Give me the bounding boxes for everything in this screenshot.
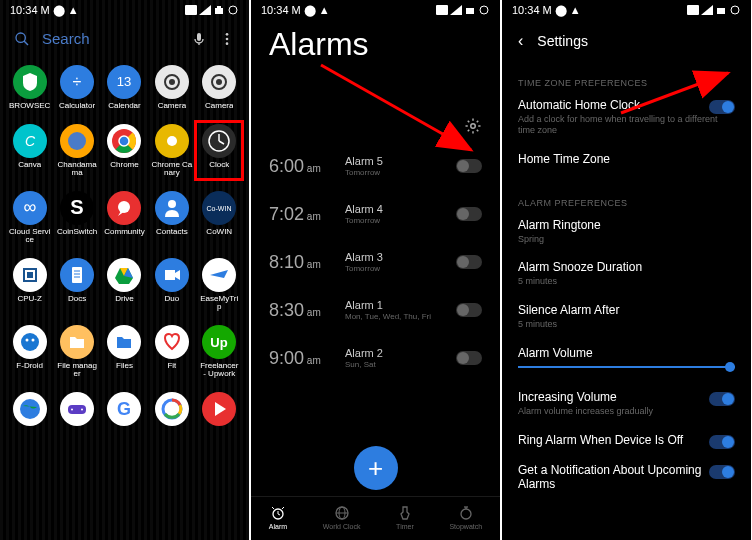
files-icon	[107, 325, 141, 359]
app-grid: BROWSEC÷Calculator13CalendarCameraCamera…	[0, 57, 249, 451]
setting-home-time-zone[interactable]: Home Time Zone	[518, 152, 735, 166]
mic-icon[interactable]	[191, 31, 207, 47]
section-label: ALARM PREFERENCES	[518, 198, 735, 208]
alarm-time: 6:00 am	[269, 156, 345, 177]
toggle-switch[interactable]	[456, 351, 482, 365]
app-file-manager[interactable]: File manager	[56, 325, 98, 378]
setting-ring-off[interactable]: Ring Alarm When Device Is Off	[518, 433, 735, 447]
app-label: F-Droid	[16, 362, 43, 370]
toggle-switch[interactable]	[456, 303, 482, 317]
alarm-time: 8:30 am	[269, 300, 345, 321]
app-community[interactable]: Community	[103, 191, 145, 244]
app-game[interactable]	[56, 392, 98, 429]
app-clock[interactable]: Clock	[198, 124, 240, 177]
app-label: CPU-Z	[17, 295, 41, 303]
alarm-row[interactable]: 8:30 amAlarm 1Mon, Tue, Wed, Thu, Fri	[269, 299, 482, 321]
svg-rect-76	[436, 5, 448, 15]
app-chrome[interactable]: Chrome	[103, 124, 145, 177]
search-bar[interactable]: Search	[0, 20, 249, 57]
volume-slider[interactable]	[518, 366, 735, 368]
app-google[interactable]	[151, 392, 193, 429]
app-drive[interactable]: Drive	[103, 258, 145, 311]
app-fit[interactable]: Fit	[151, 325, 193, 378]
app-files[interactable]: Files	[103, 325, 145, 378]
add-alarm-button[interactable]: +	[354, 446, 398, 490]
search-placeholder: Search	[42, 30, 179, 47]
nav-label: Stopwatch	[449, 523, 482, 530]
app-chandamama[interactable]: Chandamama	[56, 124, 98, 177]
svg-rect-49	[72, 267, 82, 283]
app-browsec[interactable]: BROWSEC	[9, 65, 51, 110]
app-freelancer---upwork[interactable]: UpFreelancer - Upwork	[198, 325, 240, 378]
app-camera[interactable]: Camera	[198, 65, 240, 110]
app-contacts[interactable]: Contacts	[151, 191, 193, 244]
setting-increasing-volume[interactable]: Increasing Volume Alarm volume increases…	[518, 390, 735, 417]
setting-notify[interactable]: Get a Notification About Upcoming Alarms	[518, 463, 735, 491]
alarm-name: Alarm 1	[345, 299, 456, 311]
filem-icon	[60, 325, 94, 359]
drive-icon	[107, 258, 141, 292]
play-icon	[202, 392, 236, 426]
gear-icon[interactable]	[464, 117, 482, 135]
svg-text:C: C	[25, 133, 36, 149]
setting-auto-home-clock[interactable]: Automatic Home Clock Add a clock for hom…	[518, 98, 735, 136]
nav-icon	[458, 505, 474, 521]
nav-world-clock[interactable]: World Clock	[323, 505, 361, 530]
alarm-row[interactable]: 9:00 amAlarm 2Sun, Sat	[269, 347, 482, 369]
app-g[interactable]: G	[103, 392, 145, 429]
setting-snooze[interactable]: Alarm Snooze Duration 5 minutes	[518, 260, 735, 287]
nav-stopwatch[interactable]: Stopwatch	[449, 505, 482, 530]
app-cloud-service[interactable]: ∞Cloud Service	[9, 191, 51, 244]
alarm-row[interactable]: 7:02 amAlarm 4Tomorrow	[269, 203, 482, 225]
svg-text:S: S	[70, 196, 83, 218]
menu-icon[interactable]	[219, 31, 235, 47]
app-calculator[interactable]: ÷Calculator	[56, 65, 98, 110]
alarm-row[interactable]: 8:10 amAlarm 3Tomorrow	[269, 251, 482, 273]
toggle-switch[interactable]	[709, 465, 735, 479]
section-label: TIME ZONE PREFERENCES	[518, 78, 735, 88]
app-easemytrip[interactable]: EaseMyTrip	[198, 258, 240, 311]
fit-icon	[155, 325, 189, 359]
app-label: Docs	[68, 295, 86, 303]
app-f-droid[interactable]: F-Droid	[9, 325, 51, 378]
comm-icon	[107, 191, 141, 225]
page-title: Alarms	[251, 20, 500, 73]
app-label: Files	[116, 362, 133, 370]
status-icons	[185, 5, 239, 15]
app-earth[interactable]	[9, 392, 51, 429]
toggle-switch[interactable]	[456, 207, 482, 221]
app-docs[interactable]: Docs	[56, 258, 98, 311]
alarm-schedule: Tomorrow	[345, 264, 456, 273]
cowin-icon: Co-WIN	[202, 191, 236, 225]
back-arrow-icon[interactable]: ‹	[518, 32, 523, 50]
app-cowin[interactable]: Co-WINCoWIN	[198, 191, 240, 244]
app-calendar[interactable]: 13Calendar	[103, 65, 145, 110]
setting-silence[interactable]: Silence Alarm After 5 minutes	[518, 303, 735, 330]
app-cpu-z[interactable]: CPU-Z	[9, 258, 51, 311]
svg-text:13: 13	[117, 74, 131, 89]
app-play[interactable]	[198, 392, 240, 429]
app-canva[interactable]: CCanva	[9, 124, 51, 177]
settings-title: Settings	[537, 33, 588, 49]
bottom-nav: AlarmWorld ClockTimerStopwatch	[251, 496, 500, 540]
nav-icon	[334, 505, 350, 521]
status-bar: 10:34 M ⬤ ▲	[502, 0, 751, 20]
app-chrome-canary[interactable]: Chrome Canary	[151, 124, 193, 177]
toggle-switch[interactable]	[456, 159, 482, 173]
setting-ringtone[interactable]: Alarm Ringtone Spring	[518, 218, 735, 245]
alarm-name: Alarm 3	[345, 251, 456, 263]
app-label: Canva	[18, 161, 41, 169]
nav-timer[interactable]: Timer	[396, 505, 414, 530]
app-duo[interactable]: Duo	[151, 258, 193, 311]
chrome-icon	[107, 124, 141, 158]
alarm-row[interactable]: 6:00 amAlarm 5Tomorrow	[269, 155, 482, 177]
nav-alarm[interactable]: Alarm	[269, 505, 287, 530]
toggle-switch[interactable]	[456, 255, 482, 269]
toggle-switch[interactable]	[709, 100, 735, 114]
toggle-switch[interactable]	[709, 435, 735, 449]
svg-line-3	[24, 41, 28, 45]
toggle-switch[interactable]	[709, 392, 735, 406]
app-coinswitch[interactable]: SCoinSwitch	[56, 191, 98, 244]
setting-volume[interactable]: Alarm Volume	[518, 346, 735, 368]
app-camera[interactable]: Camera	[151, 65, 193, 110]
